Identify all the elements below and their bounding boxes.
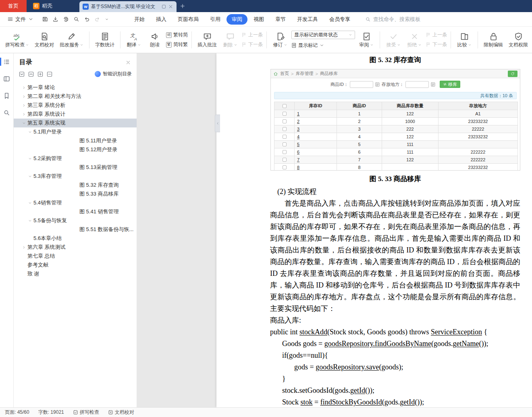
chevron-down-icon[interactable] bbox=[28, 219, 32, 223]
toc-item[interactable]: 5.6本章小结 bbox=[14, 234, 137, 243]
toc-collapse-tool[interactable] bbox=[28, 71, 34, 77]
review-pane-button[interactable]: 审阅 bbox=[357, 31, 376, 48]
print-button[interactable] bbox=[63, 16, 69, 22]
track-changes-button[interactable]: 修订 bbox=[270, 31, 290, 48]
restrict-edit-button[interactable]: 限制编辑 bbox=[482, 31, 505, 48]
redo-button[interactable] bbox=[94, 16, 100, 22]
toc-item[interactable]: 图 5.32 库存查询 bbox=[14, 181, 137, 190]
toc-item[interactable]: 5.1用户登录 bbox=[14, 127, 137, 136]
smart-toc-button[interactable]: 智能识别目录 bbox=[95, 71, 132, 77]
translate-button[interactable]: 文A翻译 bbox=[124, 31, 143, 48]
chevron-right-icon[interactable] bbox=[22, 94, 26, 99]
menu-review[interactable]: 审阅 bbox=[227, 14, 247, 25]
menu-section[interactable]: 章节 bbox=[270, 14, 291, 25]
toc-item[interactable]: 图 5.51 数据备份与恢... bbox=[14, 225, 137, 234]
markup-state-select[interactable]: 显示标记的最终状态 bbox=[291, 31, 355, 39]
toc-item[interactable]: 图 5.12用户登录 bbox=[14, 145, 137, 154]
compare-button[interactable]: 比较 bbox=[455, 31, 474, 48]
new-tab-button[interactable] bbox=[177, 0, 189, 12]
toc-item[interactable]: 第五章 系统实现 bbox=[14, 119, 137, 127]
next-change-button[interactable]: 下一条 bbox=[426, 41, 447, 48]
bookmark-pane-toggle[interactable] bbox=[0, 90, 14, 101]
toc-close-icon[interactable] bbox=[125, 60, 131, 65]
doc-permission-button[interactable]: 文档权限 bbox=[507, 31, 530, 48]
insert-comment-button[interactable]: 插入批注 bbox=[195, 31, 219, 48]
read-aloud-button[interactable]: 朗读 bbox=[145, 31, 164, 48]
spell-check-status-button[interactable]: 拼写检查 bbox=[73, 409, 99, 416]
menu-reference[interactable]: 引用 bbox=[205, 14, 226, 25]
document-tab[interactable]: W 基于SSM的进...实现 毕业论文 bbox=[79, 1, 177, 12]
embedded-screenshot-figure[interactable]: 首页>库存管理>商品移库 商品ID： 存放地方： bbox=[270, 69, 520, 171]
toc-item[interactable]: 第四章 系统设计 bbox=[14, 110, 137, 119]
export-button[interactable] bbox=[52, 16, 58, 22]
menu-insert[interactable]: 插入 bbox=[151, 14, 172, 25]
chevron-down-icon[interactable] bbox=[28, 156, 32, 161]
command-search-input[interactable]: 查找命令、搜索模板 bbox=[365, 16, 420, 23]
undo-button[interactable] bbox=[84, 16, 90, 22]
home-tab[interactable]: 首页 bbox=[0, 0, 27, 12]
toc-item[interactable]: 第二章 相关技术与方法 bbox=[14, 92, 137, 101]
spell-check-button[interactable]: abc拼写检查 bbox=[3, 31, 31, 48]
toc-item[interactable]: 5.4销售管理 bbox=[14, 198, 137, 207]
toc-item[interactable]: 5.2采购管理 bbox=[14, 154, 137, 163]
page-indicator[interactable]: 页面: 45/60 bbox=[5, 409, 29, 416]
toc-item[interactable]: 图 5.13采购管理 bbox=[14, 163, 137, 172]
panel-collapse-handle[interactable] bbox=[215, 115, 220, 132]
menu-view[interactable]: 视图 bbox=[248, 14, 269, 25]
toc-item[interactable]: 图 5.33 商品移库 bbox=[14, 190, 137, 198]
chevron-down-icon[interactable] bbox=[28, 174, 32, 179]
menu-start[interactable]: 开始 bbox=[129, 14, 150, 25]
pane-toggle[interactable] bbox=[0, 73, 14, 84]
chevron-down-icon[interactable] bbox=[28, 130, 32, 134]
toc-item[interactable]: 第三章 系统分析 bbox=[14, 101, 137, 110]
next-comment-button[interactable]: 下一条 bbox=[241, 41, 263, 48]
chevron-right-icon[interactable] bbox=[22, 245, 26, 250]
accept-change-button[interactable]: 接受 bbox=[384, 31, 403, 48]
quickbar-more-button[interactable] bbox=[105, 17, 109, 21]
chevron-down-icon[interactable] bbox=[28, 201, 32, 205]
row-checkbox bbox=[283, 142, 287, 146]
column-header: 商品库存数量 bbox=[382, 102, 438, 110]
chevron-right-icon[interactable] bbox=[22, 103, 26, 108]
menu-member[interactable]: 会员专享 bbox=[324, 14, 355, 25]
docer-tab[interactable]: 稻 稻壳 bbox=[27, 0, 79, 12]
document-area[interactable]: 图 5. 32 库存查询 首页>库存管理>商品移库 商品ID： 存放地方： bbox=[137, 53, 532, 407]
doc-proof-status-button[interactable]: 文档校对 bbox=[108, 409, 134, 416]
toc-collapse-all-tool[interactable] bbox=[46, 71, 53, 77]
menu-dev-tools[interactable]: 开发工具 bbox=[292, 14, 323, 25]
tab-close-icon[interactable] bbox=[168, 4, 173, 9]
toc-item[interactable]: 第一章 绪论 bbox=[14, 83, 137, 92]
toc-item[interactable]: 图 5.41 销售管理 bbox=[14, 207, 137, 216]
prev-comment-button[interactable]: 上一条 bbox=[241, 31, 263, 38]
toc-pane-toggle[interactable] bbox=[0, 56, 14, 67]
trad-to-simp-button[interactable]: 词繁转简 bbox=[166, 31, 188, 38]
toc-expand-all-tool[interactable] bbox=[37, 71, 44, 77]
toc-item[interactable]: 5.3库存管理 bbox=[14, 172, 137, 181]
toc-item[interactable]: 致 谢 bbox=[14, 269, 137, 278]
wps-writer-app: 首页 稻 稻壳 W 基于SSM的进...实现 毕业论文 文件 开始插 bbox=[0, 0, 532, 417]
toc-item[interactable]: 5.5备份与恢复 bbox=[14, 216, 137, 225]
toc-item[interactable]: 参考文献 bbox=[14, 261, 137, 269]
correction-service-button[interactable]: 批改服务 bbox=[58, 31, 85, 48]
word-count-indicator[interactable]: 字数: 19021 bbox=[38, 409, 64, 416]
find-replace-button[interactable] bbox=[73, 16, 79, 22]
doc-proof-button[interactable]: 文档校对 bbox=[33, 31, 56, 48]
prev-change-button[interactable]: 上一条 bbox=[426, 31, 447, 38]
menu-page-layout[interactable]: 页面布局 bbox=[172, 14, 204, 25]
toc-select-tool[interactable] bbox=[19, 71, 25, 77]
search-pane-toggle[interactable] bbox=[0, 107, 14, 118]
simp-to-trad-button[interactable]: 繁简转繁 bbox=[166, 41, 188, 48]
chevron-right-icon[interactable] bbox=[22, 112, 26, 117]
toc-item[interactable]: 第六章 系统测试 bbox=[14, 243, 137, 252]
chevron-right-icon[interactable] bbox=[22, 85, 26, 90]
bookmark-icon bbox=[3, 92, 10, 99]
toc-item[interactable]: 第七章 总结 bbox=[14, 252, 137, 261]
toc-item[interactable]: 图 5.11用户登录 bbox=[14, 136, 137, 145]
chevron-down-icon[interactable] bbox=[22, 121, 26, 125]
reject-change-button[interactable]: 拒绝 bbox=[405, 31, 424, 48]
show-markup-button[interactable]: 显示标记 bbox=[291, 42, 355, 49]
file-menu[interactable]: 文件 bbox=[4, 16, 37, 23]
delete-comment-button[interactable]: 删除 bbox=[220, 31, 240, 48]
save-button[interactable] bbox=[42, 16, 48, 22]
word-count-button[interactable]: 字数统计 bbox=[93, 31, 116, 48]
